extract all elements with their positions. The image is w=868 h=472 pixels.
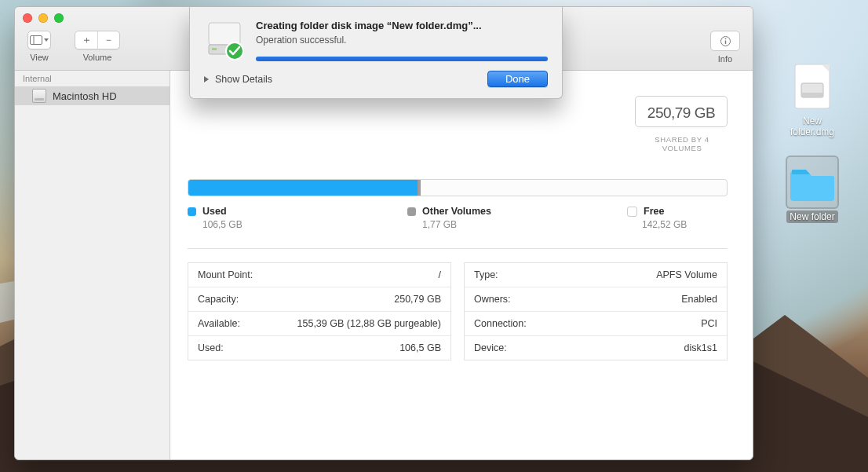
swatch-icon bbox=[407, 207, 416, 216]
svg-point-12 bbox=[724, 38, 726, 39]
main-panel: 250,79 GB SHARED BY 4 VOLUMES Used 106,5… bbox=[170, 71, 753, 459]
legend-used: Used 106,5 GB bbox=[188, 206, 313, 230]
sidebar-section-header: Internal bbox=[15, 71, 170, 86]
toolbar-label: Volume bbox=[83, 53, 112, 62]
details-grid: Mount Point:/ Capacity:250,79 GB Availab… bbox=[188, 262, 728, 360]
toolbar-label: Info bbox=[718, 54, 732, 64]
dmg-file-icon bbox=[787, 61, 837, 112]
detail-row: Type:APFS Volume bbox=[465, 263, 727, 287]
svg-rect-4 bbox=[31, 36, 42, 45]
capacity-box: 250,79 GB bbox=[635, 96, 728, 127]
sidebar-icon bbox=[30, 35, 42, 45]
volume-remove-button[interactable]: － bbox=[97, 31, 119, 49]
desktop-item-folder[interactable]: New folder bbox=[779, 157, 846, 223]
disk-utility-window: Disk Utility View ＋ bbox=[14, 6, 753, 460]
info-button[interactable] bbox=[710, 31, 740, 51]
detail-key: Owners: bbox=[474, 294, 511, 305]
usage-bar bbox=[188, 179, 728, 196]
svg-rect-14 bbox=[209, 23, 240, 45]
capacity-value: 250,79 GB bbox=[636, 104, 727, 122]
detail-row: Owners:Enabled bbox=[465, 287, 727, 311]
detail-key: Used: bbox=[198, 342, 224, 353]
legend-value: 142,52 GB bbox=[642, 219, 753, 230]
detail-row: Device:disk1s1 bbox=[465, 335, 727, 360]
desktop: New folder.dmg New folder Disk Utility bbox=[0, 0, 868, 472]
legend-value: 106,5 GB bbox=[202, 219, 313, 230]
legend-other: Other Volumes 1,77 GB bbox=[407, 206, 533, 230]
detail-key: Capacity: bbox=[198, 294, 239, 305]
legend-label: Other Volumes bbox=[422, 206, 491, 217]
toolbar-volume: ＋ － Volume bbox=[75, 31, 120, 62]
info-icon bbox=[720, 35, 731, 47]
desktop-item-label: New folder bbox=[786, 210, 837, 223]
sheet-subtitle: Operation successful. bbox=[256, 35, 548, 46]
detail-key: Mount Point: bbox=[198, 269, 253, 280]
detail-value: 155,39 GB (12,88 GB purgeable) bbox=[297, 318, 441, 329]
progress-bar bbox=[256, 57, 548, 61]
legend-free: Free 142,52 GB bbox=[627, 206, 753, 230]
detail-row: Capacity:250,79 GB bbox=[188, 287, 450, 311]
detail-value: disk1s1 bbox=[684, 342, 717, 353]
legend-label: Used bbox=[202, 206, 227, 217]
detail-row: Available:155,39 GB (12,88 GB purgeable) bbox=[188, 311, 450, 335]
usage-section: Used 106,5 GB Other Volumes 1,77 GB Free… bbox=[188, 179, 728, 230]
detail-value: PCI bbox=[701, 318, 717, 329]
show-details-label: Show Details bbox=[215, 74, 272, 85]
usage-segment-used bbox=[188, 180, 418, 196]
svg-rect-16 bbox=[212, 48, 217, 50]
internal-disk-icon bbox=[32, 89, 46, 103]
swatch-icon bbox=[627, 207, 637, 217]
details-col-right: Type:APFS Volume Owners:Enabled Connecti… bbox=[464, 262, 728, 360]
minus-icon: － bbox=[104, 33, 114, 47]
divider bbox=[188, 248, 728, 249]
detail-value: Enabled bbox=[681, 294, 717, 305]
detail-row: Connection:PCI bbox=[465, 311, 727, 335]
done-button[interactable]: Done bbox=[487, 71, 548, 87]
detail-key: Connection: bbox=[474, 318, 527, 329]
show-details-toggle[interactable]: Show Details bbox=[204, 74, 272, 85]
plus-icon: ＋ bbox=[82, 33, 92, 47]
detail-row: Mount Point:/ bbox=[188, 263, 450, 287]
view-button[interactable] bbox=[28, 31, 50, 49]
folder-icon bbox=[787, 157, 837, 207]
drive-success-icon bbox=[204, 20, 245, 60]
detail-key: Type: bbox=[474, 269, 498, 280]
legend-value: 1,77 GB bbox=[422, 219, 533, 230]
swatch-icon bbox=[188, 207, 196, 216]
sidebar-item-label: Macintosh HD bbox=[53, 90, 117, 102]
details-col-left: Mount Point:/ Capacity:250,79 GB Availab… bbox=[188, 262, 451, 360]
desktop-item-label: New folder.dmg bbox=[779, 115, 846, 138]
detail-value: 106,5 GB bbox=[399, 342, 441, 353]
progress-sheet: Creating folder disk image “New folder.d… bbox=[189, 7, 563, 99]
chevron-down-icon bbox=[44, 38, 49, 42]
toolbar-view: View bbox=[27, 31, 51, 62]
volume-add-button[interactable]: ＋ bbox=[75, 31, 97, 49]
disclosure-triangle-icon bbox=[204, 76, 209, 82]
sidebar-item-macintosh-hd[interactable]: Macintosh HD bbox=[15, 86, 170, 105]
detail-value: 250,79 GB bbox=[394, 294, 441, 305]
desktop-item-dmg[interactable]: New folder.dmg bbox=[779, 61, 846, 138]
sidebar: Internal Macintosh HD bbox=[15, 71, 170, 459]
detail-key: Available: bbox=[198, 318, 240, 329]
toolbar-label: View bbox=[30, 53, 49, 62]
usage-segment-other bbox=[418, 180, 421, 196]
legend-label: Free bbox=[644, 206, 664, 217]
sheet-title: Creating folder disk image “New folder.d… bbox=[256, 20, 548, 31]
detail-key: Device: bbox=[474, 342, 507, 353]
detail-value: / bbox=[439, 269, 441, 280]
detail-value: APFS Volume bbox=[656, 269, 717, 280]
detail-row: Used:106,5 GB bbox=[188, 335, 450, 360]
capacity-subtitle: SHARED BY 4 VOLUMES bbox=[636, 135, 728, 152]
svg-rect-3 bbox=[801, 93, 823, 97]
